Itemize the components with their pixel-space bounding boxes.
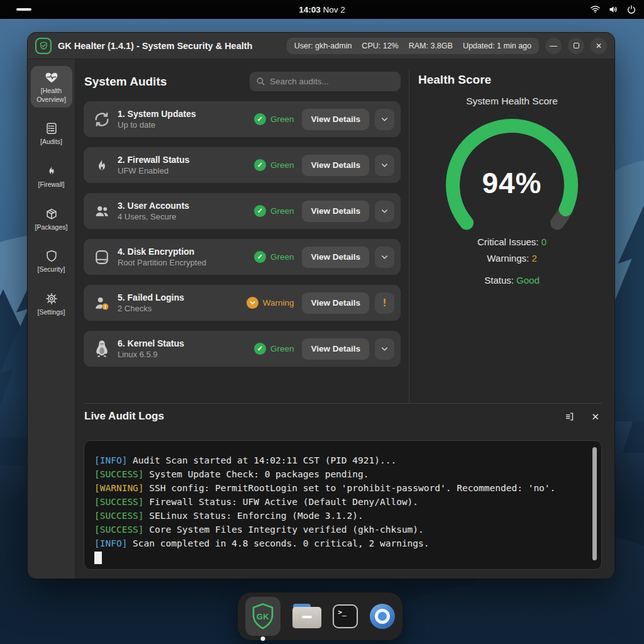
clock: 14:03 Nov 2 — [0, 5, 644, 14]
log-line: [WARNING] SSH config: PermitRootLogin se… — [94, 481, 591, 495]
sidebar-item-packages[interactable]: [Packages] — [31, 203, 72, 236]
audit-title: 1. System Updates — [118, 109, 196, 119]
power-icon[interactable] — [626, 4, 636, 14]
status-badge: ✓ Green — [254, 343, 294, 355]
audit-card-user-accounts[interactable]: 3. User Accounts 4 Users, Secure ✓ Green… — [84, 193, 401, 229]
chevron-down-button[interactable] — [375, 155, 394, 176]
chevron-down-button[interactable] — [375, 247, 394, 268]
check-circle-icon: ✓ — [254, 159, 266, 171]
page-title: System Audits — [84, 75, 167, 89]
section-divider — [84, 403, 602, 404]
dock-app-gk-healter[interactable]: GK — [245, 597, 280, 636]
sidebar-item-health-overview[interactable]: [Health Overview] — [31, 66, 72, 108]
view-details-button[interactable]: View Details — [302, 109, 369, 130]
sidebar-item-firewall[interactable]: [Firewall] — [31, 160, 72, 193]
log-view-icon[interactable] — [564, 411, 575, 422]
audit-title: 6. Kernel Status — [118, 338, 184, 348]
info-ram: RAM: 3.8GB — [409, 42, 453, 50]
view-details-button[interactable]: View Details — [302, 201, 369, 222]
health-score-value: 94% — [440, 166, 584, 200]
terminal-scrollbar[interactable] — [592, 447, 597, 560]
window-titlebar[interactable]: GK Healter (1.4.1) - System Security & H… — [28, 33, 614, 59]
sidebar-item-label: [Audits] — [40, 138, 62, 147]
health-title: Health Score — [418, 73, 491, 87]
view-details-button[interactable]: View Details — [302, 338, 369, 360]
penguin-icon — [91, 340, 113, 358]
audit-list-icon — [45, 121, 58, 135]
sidebar-item-label: [Health Overview] — [32, 87, 71, 104]
flame-icon — [91, 157, 113, 174]
dock-app-files[interactable] — [292, 604, 321, 629]
view-details-button[interactable]: View Details — [302, 247, 369, 268]
log-line: [SUCCESS] Firewall Status: UFW Active (D… — [94, 495, 591, 509]
sidebar-item-settings[interactable]: [Settings] — [31, 287, 72, 321]
search-input[interactable] — [250, 72, 401, 91]
svg-text:!: ! — [104, 303, 106, 309]
status-badge: ✓ Green — [254, 159, 294, 171]
clock-time: 14:03 — [299, 5, 321, 14]
audit-card-kernel-status[interactable]: 6. Kernel Status Linux 6.5.9 ✓ Green Vie… — [84, 331, 401, 367]
close-button[interactable]: ✕ — [591, 38, 607, 54]
gk-label: GK — [257, 612, 270, 621]
audit-subtitle: UFW Enabled — [118, 166, 189, 175]
log-terminal[interactable]: [INFO] Audit Scan started at 14:02:11 CS… — [84, 440, 602, 570]
sidebar-item-security[interactable]: [Security] — [31, 245, 72, 278]
system-info-pill: User: gkh-admin CPU: 12% RAM: 3.8GB Upda… — [287, 38, 539, 54]
user-alert-icon: ! — [91, 294, 113, 312]
info-cpu: CPU: 12% — [362, 42, 398, 50]
status-label: Green — [270, 206, 294, 216]
search-icon — [255, 76, 266, 87]
audit-card-system-updates[interactable]: 1. System Updates Up to date ✓ Green Vie… — [84, 101, 401, 137]
sidebar-item-label: [Settings] — [38, 308, 65, 317]
maximize-button[interactable] — [568, 38, 584, 54]
critical-issues: Critical Issues: 0 — [409, 236, 614, 247]
audit-card-failed-logins[interactable]: ! 5. Failed Logins 2 Checks Warning — [84, 285, 401, 321]
status-label: Green — [270, 114, 294, 124]
view-details-button[interactable]: View Details — [302, 292, 369, 314]
check-circle-icon: ✓ — [254, 113, 266, 125]
alert-button[interactable]: ! — [375, 292, 394, 314]
audit-subtitle: Linux 6.5.9 — [118, 350, 184, 359]
flame-icon — [45, 164, 58, 178]
chromium-icon — [370, 604, 395, 629]
audit-title: 2. Firewall Status — [118, 155, 189, 165]
log-line: [SUCCESS] System Update Check: 0 package… — [94, 467, 591, 481]
sidebar-item-audits[interactable]: [Audits] — [31, 117, 72, 150]
sidebar-item-label: [Packages] — [35, 223, 68, 232]
info-user: User: gkh-admin — [294, 42, 352, 50]
main-content: System Audits — [75, 59, 614, 579]
dock: GK >_ — [238, 592, 402, 640]
audit-subtitle: Root Partition Encrypted — [118, 258, 206, 267]
audit-title: 5. Failed Logins — [118, 292, 184, 303]
warnings-count: Warnings: 2 — [409, 253, 614, 264]
audit-card-firewall-status[interactable]: 2. Firewall Status UFW Enabled ✓ Green V… — [84, 147, 401, 183]
check-circle-icon: ✓ — [254, 205, 266, 217]
shield-icon — [45, 249, 58, 263]
gk-shield-icon: GK — [250, 602, 275, 630]
check-circle-icon: ✓ — [254, 251, 266, 263]
status-label: Green — [270, 160, 294, 170]
status-badge: Warning — [247, 297, 294, 309]
info-updated: Updated: 1 min ago — [463, 42, 531, 50]
chevron-down-button[interactable] — [375, 338, 394, 360]
terminal-cursor — [94, 552, 102, 564]
chevron-down-button[interactable] — [375, 201, 394, 222]
audit-subtitle: 2 Checks — [118, 304, 184, 313]
status-badge: ✓ Green — [254, 251, 294, 263]
view-details-button[interactable]: View Details — [302, 155, 369, 176]
chevron-down-button[interactable] — [375, 109, 394, 130]
health-subtitle: System Health Score — [409, 96, 614, 107]
volume-icon[interactable] — [608, 4, 619, 14]
audit-subtitle: Up to date — [118, 120, 196, 130]
status-label: Warning — [263, 298, 294, 308]
wifi-icon[interactable] — [590, 4, 601, 14]
refresh-icon — [91, 110, 113, 129]
minimize-button[interactable]: — — [545, 38, 562, 54]
dock-app-browser[interactable] — [370, 604, 395, 629]
terminal-icon: >_ — [333, 604, 358, 628]
close-logs-icon[interactable]: ✕ — [591, 412, 599, 421]
folder-icon — [292, 604, 321, 629]
dock-app-terminal[interactable]: >_ — [333, 604, 358, 628]
clock-date: Nov 2 — [323, 5, 345, 14]
audit-card-disk-encryption[interactable]: 4. Disk Encryption Root Partition Encryp… — [84, 239, 401, 275]
